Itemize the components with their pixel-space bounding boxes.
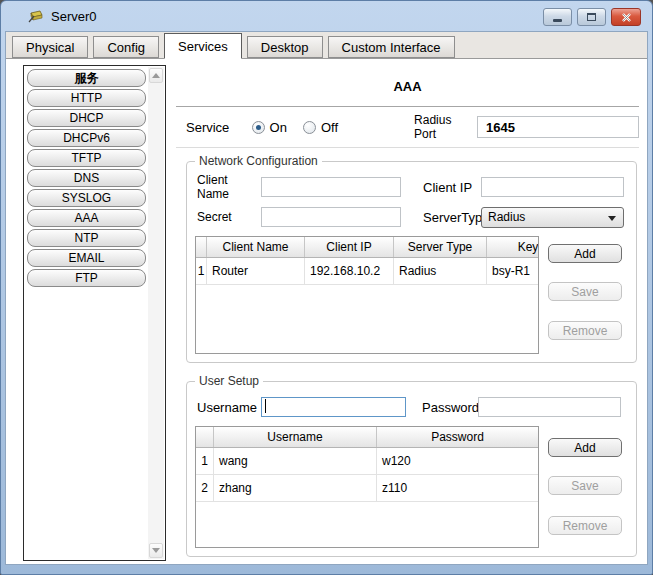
network-clients-table: Client Name Client IP Server Type Key 1 … bbox=[195, 236, 539, 354]
radio-off-icon bbox=[303, 121, 316, 134]
client-name-header: Client Name bbox=[207, 237, 305, 257]
network-remove-button[interactable]: Remove bbox=[548, 321, 622, 340]
secret-input[interactable] bbox=[261, 207, 401, 227]
client-area: Physical Config Services Desktop Custom … bbox=[5, 31, 648, 565]
username-cell: zhang bbox=[214, 475, 377, 501]
close-icon bbox=[621, 13, 632, 22]
secret-label: Secret bbox=[195, 210, 261, 224]
table-row[interactable]: 1 Router 192.168.10.2 Radius bsy-R1 bbox=[196, 258, 538, 285]
minimize-button[interactable] bbox=[543, 8, 572, 26]
sidebar-scrollbar[interactable] bbox=[148, 67, 164, 559]
window-title: Server0 bbox=[51, 9, 97, 24]
tab-custom-interface[interactable]: Custom Interface bbox=[328, 36, 455, 58]
services-panel: 服务 HTTP DHCP DHCPv6 TFTP DNS SYSLOG AAA … bbox=[6, 59, 647, 564]
sidebar-item-ntp[interactable]: NTP bbox=[27, 229, 146, 247]
row-number-cell: 1 bbox=[196, 258, 207, 284]
table-row[interactable]: 2 zhang z110 bbox=[196, 475, 538, 502]
close-button[interactable] bbox=[611, 8, 641, 26]
minimize-icon bbox=[553, 19, 562, 22]
server-type-cell: Radius bbox=[394, 258, 487, 284]
password-input[interactable] bbox=[478, 397, 621, 417]
radio-on-icon bbox=[252, 121, 265, 134]
sidebar-item-http[interactable]: HTTP bbox=[27, 89, 146, 107]
client-name-input[interactable] bbox=[261, 177, 401, 197]
server-type-select[interactable]: Radius bbox=[481, 207, 624, 228]
table-header-row: Client Name Client IP Server Type Key bbox=[196, 237, 538, 258]
service-on-radio[interactable]: On bbox=[252, 120, 287, 135]
radius-port-label: Radius Port bbox=[414, 113, 463, 141]
sidebar-item-syslog[interactable]: SYSLOG bbox=[27, 189, 146, 207]
client-ip-label: Client IP bbox=[423, 180, 481, 195]
tab-desktop[interactable]: Desktop bbox=[247, 36, 323, 58]
scroll-up-button[interactable] bbox=[149, 68, 163, 83]
titlebar[interactable]: Server0 bbox=[1, 1, 652, 31]
sidebar-item-aaa[interactable]: AAA bbox=[27, 209, 146, 227]
service-off-label: Off bbox=[321, 120, 338, 135]
chevron-down-icon bbox=[608, 216, 616, 221]
sidebar-item-dhcpv6[interactable]: DHCPv6 bbox=[27, 129, 146, 147]
service-row: Service On Off Radius Port bbox=[176, 107, 639, 147]
server-type-header: Server Type bbox=[394, 237, 487, 257]
scroll-up-icon bbox=[152, 73, 160, 78]
sidebar-item-services-zh[interactable]: 服务 bbox=[27, 69, 146, 87]
user-remove-button[interactable]: Remove bbox=[548, 516, 622, 535]
aaa-config-panel: AAA Service On Off Radius Por bbox=[176, 65, 639, 564]
network-configuration-group: Network Configuration Client Name Client… bbox=[186, 161, 637, 363]
password-cell: w120 bbox=[377, 448, 538, 474]
server-window: Server0 Physical Config Services Desktop… bbox=[0, 0, 653, 575]
radius-port-input[interactable] bbox=[477, 116, 639, 138]
maximize-icon bbox=[587, 13, 596, 21]
user-add-button[interactable]: Add bbox=[548, 438, 622, 457]
client-ip-input[interactable] bbox=[481, 177, 624, 197]
network-configuration-label: Network Configuration bbox=[195, 154, 322, 168]
password-header: Password bbox=[377, 427, 538, 447]
scroll-down-icon bbox=[152, 548, 160, 553]
table-row[interactable]: 1 wang w120 bbox=[196, 448, 538, 475]
client-ip-cell: 192.168.10.2 bbox=[305, 258, 394, 284]
service-on-label: On bbox=[270, 120, 287, 135]
user-save-button[interactable]: Save bbox=[548, 476, 622, 495]
client-ip-header: Client IP bbox=[305, 237, 394, 257]
key-cell: bsy-R1 bbox=[487, 258, 538, 284]
service-off-radio[interactable]: Off bbox=[303, 120, 338, 135]
server-type-value: Radius bbox=[488, 210, 525, 224]
tab-bar: Physical Config Services Desktop Custom … bbox=[6, 32, 647, 59]
page-title: AAA bbox=[176, 65, 639, 94]
service-label: Service bbox=[186, 120, 252, 135]
username-header: Username bbox=[214, 427, 377, 447]
services-sidebar: 服务 HTTP DHCP DHCPv6 TFTP DNS SYSLOG AAA … bbox=[23, 65, 166, 561]
client-name-label: Client Name bbox=[195, 173, 261, 201]
password-label: Password bbox=[422, 400, 478, 415]
sidebar-item-ftp[interactable]: FTP bbox=[27, 269, 146, 287]
row-number-cell: 1 bbox=[196, 448, 214, 474]
sidebar-item-tftp[interactable]: TFTP bbox=[27, 149, 146, 167]
tab-config[interactable]: Config bbox=[93, 36, 159, 58]
row-number-cell: 2 bbox=[196, 475, 214, 501]
scroll-down-button[interactable] bbox=[149, 543, 163, 558]
sidebar-item-dns[interactable]: DNS bbox=[27, 169, 146, 187]
user-setup-group: User Setup Username Password bbox=[186, 381, 637, 557]
username-cell: wang bbox=[214, 448, 377, 474]
password-cell: z110 bbox=[377, 475, 538, 501]
key-header: Key bbox=[487, 237, 538, 257]
username-input[interactable] bbox=[261, 397, 406, 417]
tab-physical[interactable]: Physical bbox=[12, 36, 88, 58]
sidebar-item-email[interactable]: EMAIL bbox=[27, 249, 146, 267]
sidebar-item-dhcp[interactable]: DHCP bbox=[27, 109, 146, 127]
user-setup-label: User Setup bbox=[195, 374, 263, 388]
network-save-button[interactable]: Save bbox=[548, 282, 622, 301]
maximize-button[interactable] bbox=[577, 8, 606, 26]
tab-services[interactable]: Services bbox=[164, 33, 242, 59]
username-label: Username bbox=[195, 400, 261, 415]
table-header-row: Username Password bbox=[196, 427, 538, 448]
server-type-label: ServerType bbox=[423, 210, 481, 225]
row-number-header bbox=[196, 237, 207, 257]
divider bbox=[176, 147, 639, 148]
text-caret bbox=[265, 399, 266, 413]
network-add-button[interactable]: Add bbox=[548, 244, 622, 263]
users-table: Username Password 1 wang w120 2 zhang bbox=[195, 426, 539, 548]
server-device-icon bbox=[28, 9, 44, 23]
row-number-header bbox=[196, 427, 214, 447]
client-name-cell: Router bbox=[207, 258, 305, 284]
